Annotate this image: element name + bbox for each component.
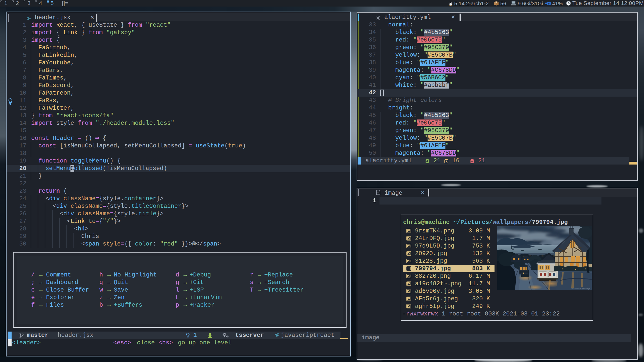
svg-text:www.DesktopBackground.org: www.DesktopBackground.org bbox=[571, 287, 592, 290]
